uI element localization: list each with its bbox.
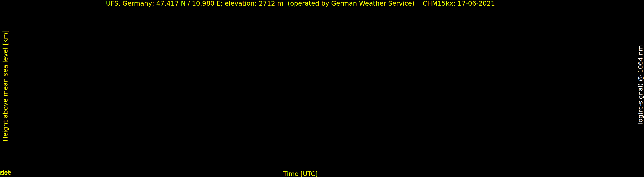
sunset-label: sunset [0, 169, 10, 176]
colorbar-label: log(rc-signal) @ 1064 nm [637, 45, 644, 124]
y-axis-label: Height above mean sea level [km] [2, 30, 9, 141]
plot-title: UFS, Germany; 47.417 N / 10.980 E; eleva… [18, 0, 583, 7]
x-axis-label: Time [UTC] [18, 170, 583, 177]
ceilometer-quicklook-figure: UFS, Germany; 47.417 N / 10.980 E; eleva… [0, 0, 644, 177]
ceilometer-heatmap-canvas [0, 0, 644, 177]
